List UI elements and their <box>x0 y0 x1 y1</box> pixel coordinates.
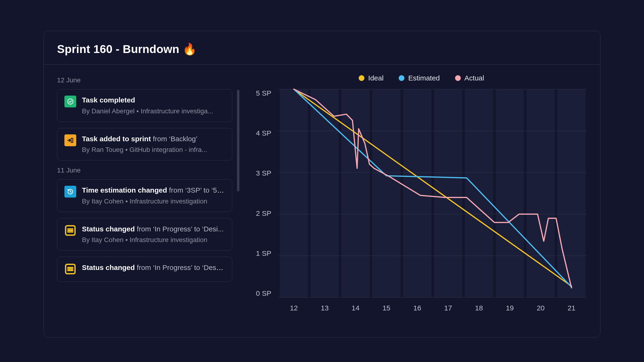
activity-title: Task added to sprint from ‘Backlog’ <box>82 134 225 143</box>
legend-item[interactable]: Actual <box>455 74 484 82</box>
x-tick-label: 19 <box>494 304 525 312</box>
svg-rect-10 <box>280 89 308 297</box>
chart-plot-area <box>278 89 587 297</box>
legend-label: Actual <box>464 74 484 82</box>
legend-dot <box>359 75 364 81</box>
y-axis-ticks: 5 SP4 SP3 SP2 SP1 SP0 SP <box>256 89 278 297</box>
feed-date-label: 12 June <box>57 76 232 84</box>
activity-feed: 12 JuneTask completedBy Daniel Abergel •… <box>57 74 239 331</box>
activity-title: Status changed from ‘In Progress’ to ‘De… <box>82 263 225 272</box>
x-axis-ticks: 12131415161718192021 <box>278 304 587 312</box>
activity-title: Task completed <box>82 96 225 105</box>
panel-header: Sprint 160 - Burndown 🔥 <box>44 31 600 65</box>
y-tick-label: 0 SP <box>256 289 271 297</box>
status-icon <box>64 225 76 236</box>
svg-rect-1 <box>71 138 73 142</box>
add-to-sprint-icon <box>64 134 76 146</box>
svg-rect-15 <box>434 89 462 297</box>
y-tick-label: 3 SP <box>256 169 271 177</box>
svg-rect-12 <box>342 89 370 297</box>
x-tick-label: 16 <box>402 304 432 312</box>
svg-rect-11 <box>311 89 339 297</box>
activity-byline: By Ran Toueg • GitHub integration - infr… <box>82 146 225 154</box>
svg-rect-19 <box>557 89 586 297</box>
x-tick-label: 14 <box>340 304 371 312</box>
x-tick-label: 17 <box>433 304 464 312</box>
legend-dot <box>455 75 461 81</box>
check-circle-icon <box>64 96 76 107</box>
x-tick-label: 21 <box>556 304 587 312</box>
feed-date-label: 11 June <box>57 167 232 174</box>
legend-label: Estimated <box>408 74 440 82</box>
y-tick-label: 4 SP <box>256 129 271 137</box>
activity-card[interactable]: Task completedBy Daniel Abergel • Infras… <box>57 89 232 122</box>
activity-card[interactable]: Status changed from ‘In Progress’ to ‘De… <box>57 257 232 282</box>
burndown-panel: Sprint 160 - Burndown 🔥 12 JuneTask comp… <box>44 31 600 338</box>
svg-rect-16 <box>465 89 493 297</box>
activity-byline: By Daniel Abergel • Infrastructure inves… <box>82 107 225 115</box>
activity-card[interactable]: Status changed from ‘In Progress’ to ‘De… <box>57 218 232 251</box>
activity-title: Time estimation changed from ‘3SP’ to ‘5… <box>82 186 225 195</box>
legend-item[interactable]: Estimated <box>399 74 440 82</box>
history-icon <box>64 186 76 198</box>
legend-label: Ideal <box>368 74 384 82</box>
y-tick-label: 1 SP <box>256 249 271 257</box>
y-tick-label: 5 SP <box>256 89 271 97</box>
svg-rect-13 <box>372 89 400 297</box>
activity-byline: By Itay Cohen • Infrastructure investiga… <box>82 236 225 244</box>
activity-byline: By Itay Cohen • Infrastructure investiga… <box>82 198 225 205</box>
burndown-chart: IdealEstimatedActual 5 SP4 SP3 SP2 SP1 S… <box>256 74 587 331</box>
x-tick-label: 13 <box>309 304 340 312</box>
activity-card[interactable]: Time estimation changed from ‘3SP’ to ‘5… <box>57 179 232 212</box>
x-tick-label: 18 <box>464 304 494 312</box>
legend-dot <box>399 75 404 81</box>
chart-legend: IdealEstimatedActual <box>256 74 587 82</box>
svg-rect-18 <box>526 89 555 297</box>
feed-scrollbar[interactable] <box>237 90 239 191</box>
activity-title: Status changed from ‘In Progress’ to ‘De… <box>82 225 225 234</box>
x-tick-label: 20 <box>525 304 556 312</box>
y-tick-label: 2 SP <box>256 209 271 217</box>
activity-card[interactable]: Task added to sprint from ‘Backlog’By Ra… <box>57 128 232 161</box>
legend-item[interactable]: Ideal <box>359 74 384 82</box>
x-tick-label: 12 <box>278 304 309 312</box>
x-tick-label: 15 <box>371 304 402 312</box>
status-icon <box>64 263 76 275</box>
svg-rect-17 <box>496 89 524 297</box>
panel-title: Sprint 160 - Burndown 🔥 <box>57 42 587 56</box>
